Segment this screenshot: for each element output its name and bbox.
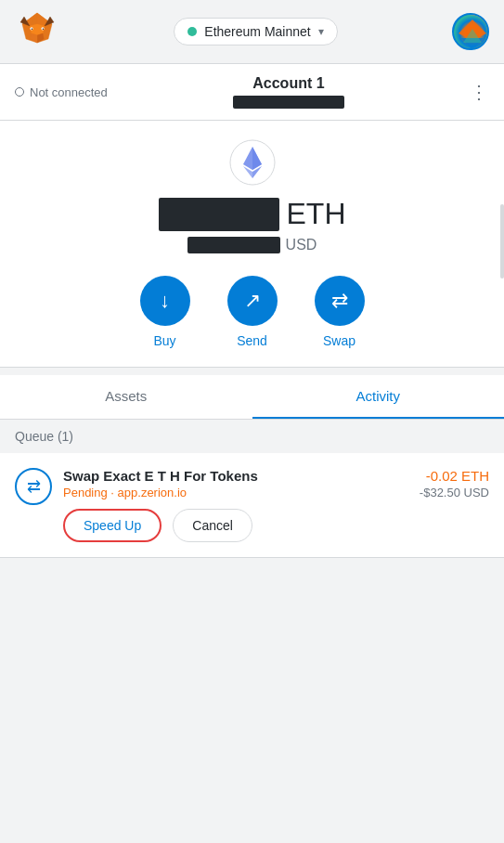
not-connected-label: Not connected — [30, 85, 108, 99]
transaction-info: Swap Exact E T H For Tokens -0.02 ETH Pe… — [63, 468, 489, 542]
account-info: Account 1 — [233, 75, 344, 109]
send-icon: ↗ — [227, 276, 278, 326]
chevron-down-icon: ▾ — [318, 25, 324, 38]
speed-up-button[interactable]: Speed Up — [63, 509, 162, 542]
account-name: Account 1 — [233, 75, 344, 92]
not-connected-status: Not connected — [15, 85, 108, 99]
eth-icon — [229, 139, 276, 186]
tx-sub-row: Pending · app.zerion.io -$32.50 USD — [63, 486, 489, 499]
metamask-logo — [15, 9, 59, 54]
network-name: Ethereum Mainnet — [204, 24, 310, 39]
svg-point-10 — [32, 28, 33, 30]
transaction-status: Pending · app.zerion.io — [63, 486, 187, 499]
transaction-actions: Speed Up Cancel — [63, 509, 489, 542]
buy-icon: ↓ — [140, 276, 190, 326]
tab-assets[interactable]: Assets — [0, 375, 252, 419]
usd-symbol: USD — [286, 237, 317, 253]
network-status-dot — [187, 27, 197, 36]
send-button[interactable]: ↗ Send — [227, 276, 278, 348]
swap-icon: ⇄ — [315, 276, 365, 326]
action-buttons: ↓ Buy ↗ Send ⇄ Swap — [140, 276, 365, 348]
swap-button[interactable]: ⇄ Swap — [315, 276, 365, 348]
svg-point-11 — [43, 28, 45, 30]
scroll-indicator — [500, 204, 504, 279]
tab-activity[interactable]: Activity — [252, 375, 505, 419]
main-content: ETH USD ↓ Buy ↗ Send ⇄ Swap — [0, 121, 504, 368]
tabs-bar: Assets Activity — [0, 375, 504, 420]
buy-label: Buy — [153, 333, 175, 348]
queue-header: Queue (1) — [0, 420, 504, 453]
swap-label: Swap — [323, 333, 355, 348]
usd-balance-row: USD — [187, 237, 317, 253]
eth-balance-row: ETH — [159, 197, 346, 231]
usd-balance-value — [187, 237, 280, 253]
transaction-title: Swap Exact E T H For Tokens — [63, 468, 258, 484]
transaction-amount-eth: -0.02 ETH — [426, 468, 489, 484]
eth-balance-value — [159, 198, 279, 231]
buy-button[interactable]: ↓ Buy — [140, 276, 190, 348]
eth-symbol: ETH — [287, 197, 346, 231]
transaction-icon: ⇄ — [15, 468, 52, 505]
account-address — [233, 96, 344, 109]
send-label: Send — [237, 333, 267, 348]
account-options-button[interactable]: ⋮ — [470, 81, 489, 103]
app-header: Ethereum Mainnet ▾ — [0, 0, 504, 64]
transaction-item: ⇄ Swap Exact E T H For Tokens -0.02 ETH … — [0, 453, 504, 558]
account-avatar[interactable] — [452, 13, 489, 50]
tx-title-row: Swap Exact E T H For Tokens -0.02 ETH — [63, 468, 489, 484]
account-bar: Not connected Account 1 ⋮ — [0, 64, 504, 121]
cancel-button[interactable]: Cancel — [173, 509, 252, 542]
network-selector[interactable]: Ethereum Mainnet ▾ — [174, 18, 337, 45]
not-connected-dot — [15, 87, 24, 97]
transaction-amount-usd: -$32.50 USD — [420, 486, 489, 499]
